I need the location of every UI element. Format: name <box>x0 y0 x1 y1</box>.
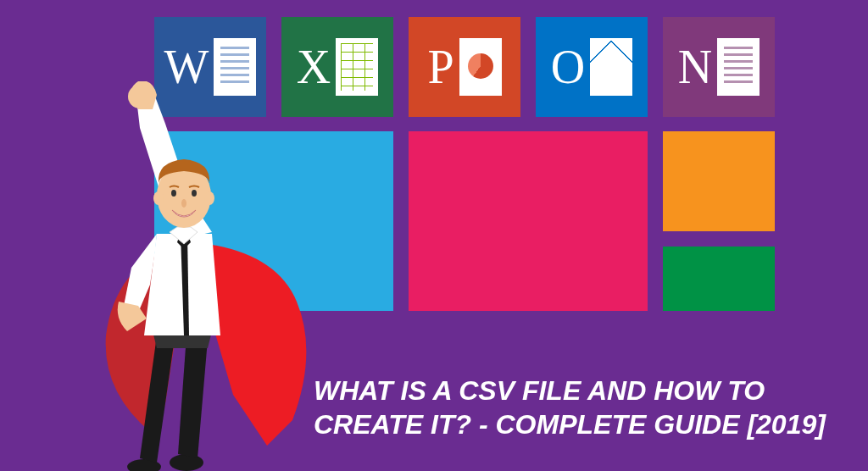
superhero-illustration <box>55 81 318 471</box>
note-page-icon <box>717 38 760 96</box>
pink-tile <box>409 131 648 311</box>
envelope-flap-icon <box>590 38 632 65</box>
nose-icon <box>181 199 186 208</box>
ear-right-icon <box>204 191 214 205</box>
caption-line-2: CREATE IT? - COMPLETE GUIDE [2019] <box>314 407 848 441</box>
leg-right-icon <box>178 335 208 458</box>
orange-tile <box>663 131 775 231</box>
outlook-tile: O <box>536 17 648 117</box>
eye-left-icon <box>171 190 176 197</box>
right-tile-stack <box>663 131 775 311</box>
pie-chart-icon <box>468 53 493 79</box>
eye-right-icon <box>192 190 197 197</box>
excel-sheet-icon <box>336 38 378 96</box>
powerpoint-tile: P <box>409 17 520 117</box>
ppt-letter: P <box>427 40 453 94</box>
fist-circle-icon <box>128 85 152 108</box>
green-tile <box>663 247 775 311</box>
ppt-slide-icon <box>459 38 502 96</box>
outlook-letter: O <box>551 40 585 94</box>
banner-caption: WHAT IS A CSV FILE AND HOW TO CREATE IT?… <box>314 374 848 441</box>
onenote-letter: N <box>678 40 712 94</box>
onenote-tile: N <box>663 17 775 117</box>
shoe-right-icon <box>170 454 203 471</box>
envelope-icon <box>590 38 632 96</box>
ear-left-icon <box>153 191 164 205</box>
caption-line-1: WHAT IS A CSV FILE AND HOW TO <box>314 374 848 407</box>
